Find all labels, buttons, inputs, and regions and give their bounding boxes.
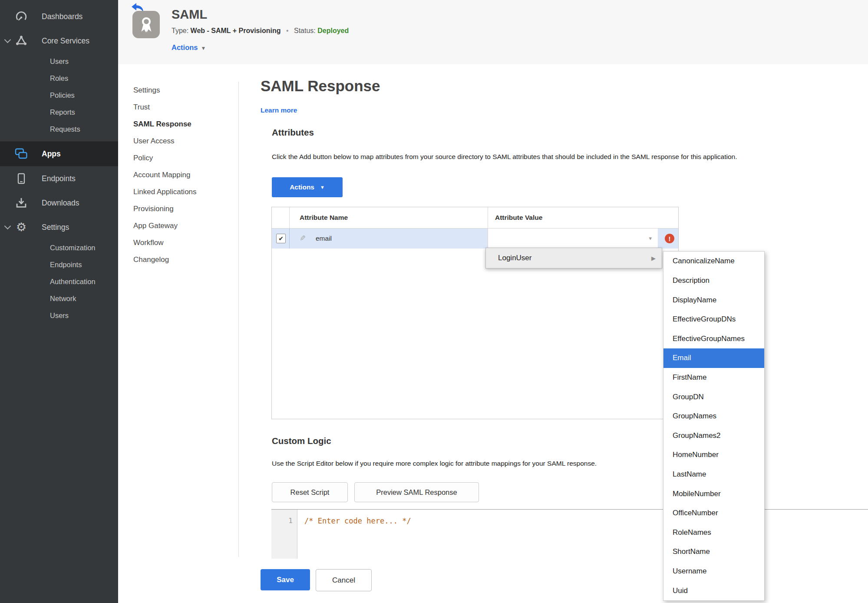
sidebar-subitem-roles[interactable]: Roles [0,70,118,87]
table-row[interactable]: ✔ ✎ email ▾ ! [272,229,678,248]
meta-separator: • [286,27,289,34]
cancel-button[interactable]: Cancel [316,569,372,591]
subnav-item-account-mapping[interactable]: Account Mapping [133,166,235,183]
column-divider [488,207,488,228]
submenu-option-uuid[interactable]: Uuid [663,581,764,600]
subnav-item-user-access[interactable]: User Access [133,133,235,149]
attribute-value-dropdown[interactable]: ▾ [488,229,658,248]
app-header: SAML Type: Web - SAML + Provisioning • S… [118,0,868,64]
subnav-item-settings[interactable]: Settings [133,82,235,99]
subnav-item-changelog[interactable]: Changelog [133,251,235,268]
submenu-option-effectivegroupdns[interactable]: EffectiveGroupDNs [663,310,764,329]
checkmark-icon: ✔ [278,235,284,242]
sidebar-item-settings[interactable]: ⚙︎Settings [0,215,118,239]
editor-code[interactable]: /* Enter code here... */ [304,517,411,525]
subnav-item-app-gateway[interactable]: App Gateway [133,217,235,234]
page-title: SAML Response [261,77,380,95]
preview-saml-response-button[interactable]: Preview SAML Response [354,482,479,502]
tablet-icon [14,172,29,185]
sidebar-subitem-users[interactable]: Users [0,53,118,70]
column-header-attribute-name: Attribute Name [300,207,348,228]
attribute-submenu: CanonicalizeNameDescriptionDisplayNameEf… [663,251,765,601]
sidebar-item-dashboards[interactable]: Dashboards [0,4,118,29]
sidebar-item-label: Downloads [42,199,79,208]
submenu-option-mobilenumber[interactable]: MobileNumber [663,484,764,504]
pencil-icon[interactable]: ✎ [300,229,306,248]
value-menu-loginuser[interactable]: LoginUser ▶ [485,248,662,268]
submenu-option-lastname[interactable]: LastName [663,465,764,484]
subnav-item-workflow[interactable]: Workflow [133,234,235,251]
sidebar: DashboardsCore ServicesUsersRolesPolicie… [0,0,118,603]
subnav-item-provisioning[interactable]: Provisioning [133,200,235,217]
gauge-icon [14,10,29,23]
sidebar-item-downloads[interactable]: Downloads [0,191,118,215]
sidebar-item-label: Dashboards [42,12,83,21]
status-badge: Deployed [317,27,349,34]
submenu-option-groupnames[interactable]: GroupNames [663,407,764,426]
custom-logic-description: Use the Script Editor below if you requi… [272,460,597,467]
submenu-option-groupdn[interactable]: GroupDN [663,387,764,407]
save-button[interactable]: Save [261,569,310,590]
sidebar-subitem-policies[interactable]: Policies [0,87,118,104]
attributes-description: Click the Add button below to map attrib… [272,153,854,161]
status-label: Status: [294,27,316,34]
sidebar-subitem-customization[interactable]: Customization [0,239,118,256]
submenu-option-displayname[interactable]: DisplayName [663,290,764,310]
submenu-option-username[interactable]: Username [663,562,764,581]
subnav-item-policy[interactable]: Policy [133,149,235,166]
page-app-title: SAML [172,7,207,22]
submenu-option-description[interactable]: Description [663,271,764,291]
header-actions-label: Actions [172,43,198,51]
script-editor[interactable]: 1 /* Enter code here... */ [271,509,868,559]
chevron-down-icon: ▼ [320,185,325,190]
chevron-down-icon: ▾ [649,229,652,248]
reset-script-button[interactable]: Reset Script [272,482,348,502]
sidebar-subitem-reports[interactable]: Reports [0,104,118,121]
submenu-option-groupnames2[interactable]: GroupNames2 [663,426,764,445]
attributes-table: Attribute Name Attribute Value ✔ ✎ email… [271,207,679,419]
sidebar-item-endpoints[interactable]: Endpoints [0,166,118,191]
chevron-down-icon[interactable] [4,36,11,43]
subnav-item-linked-applications[interactable]: Linked Applications [133,183,235,200]
submenu-option-firstname[interactable]: FirstName [663,368,764,388]
submenu-option-shortname[interactable]: ShortName [663,542,764,562]
submenu-option-homenumber[interactable]: HomeNumber [663,445,764,465]
submenu-option-email[interactable]: Email [663,348,764,368]
column-divider [289,207,290,228]
subnav-divider [238,82,239,557]
submenu-option-rolenames[interactable]: RoleNames [663,523,764,543]
custom-logic-heading: Custom Logic [272,436,331,446]
sidebar-item-label: Core Services [42,36,89,46]
sidebar-item-apps[interactable]: Apps [0,141,118,166]
subnav-item-saml-response[interactable]: SAML Response [133,116,235,133]
submenu-option-officenumber[interactable]: OfficeNumber [663,504,764,523]
subnav-item-trust[interactable]: Trust [133,99,235,116]
submenu-option-effectivegroupnames[interactable]: EffectiveGroupNames [663,329,764,348]
chevron-right-icon: ▶ [651,255,656,262]
header-actions-menu[interactable]: Actions▼ [172,43,206,52]
sidebar-subitem-network[interactable]: Network [0,290,118,307]
learn-more-link[interactable]: Learn more [261,106,297,114]
submenu-option-canonicalizename[interactable]: CanonicalizeName [663,252,764,271]
chevron-down-icon: ▼ [201,45,206,51]
sidebar-subitem-authentication[interactable]: Authentication [0,273,118,290]
app-meta: Type: Web - SAML + Provisioning • Status… [172,27,349,35]
row-checkbox[interactable]: ✔ [276,234,286,243]
app-subnav: SettingsTrustSAML ResponseUser AccessPol… [133,82,235,268]
sidebar-item-label: Apps [42,149,61,159]
sidebar-subitem-users[interactable]: Users [0,307,118,324]
error-exclamation-icon: ! [665,234,674,243]
sidebar-item-core-services[interactable]: Core Services [0,29,118,53]
attributes-actions-label: Actions [290,183,314,191]
sidebar-subitem-endpoints[interactable]: Endpoints [0,256,118,273]
gear-icon: ⚙︎ [14,221,29,234]
attributes-heading: Attributes [272,127,314,138]
apps-icon [14,147,29,160]
attributes-actions-button[interactable]: Actions ▼ [272,177,343,197]
sidebar-item-label: Endpoints [42,174,76,183]
column-divider [289,229,290,248]
sidebar-subitem-requests[interactable]: Requests [0,121,118,138]
sidebar-item-label: Settings [42,223,69,232]
chevron-down-icon[interactable] [4,223,11,230]
core-services-icon [14,34,29,47]
